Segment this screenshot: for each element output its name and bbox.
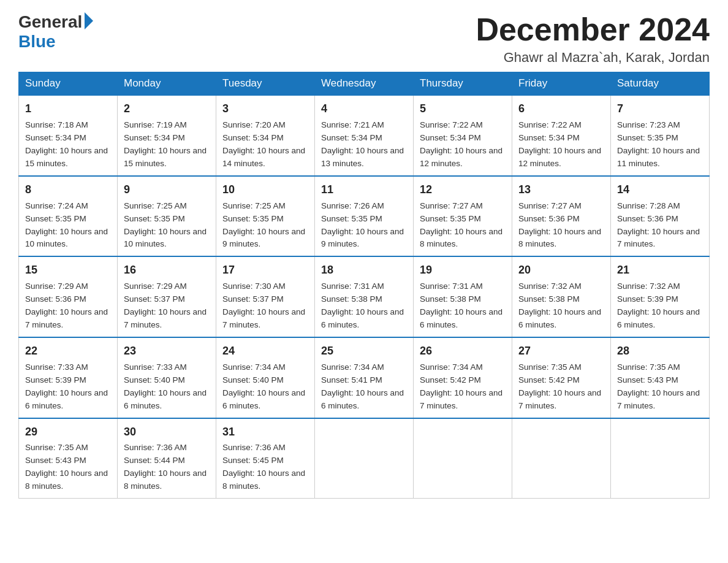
sunset-label: Sunset: 5:43 PM (25, 456, 86, 465)
daylight-label: Daylight: 10 hours and 6 minutes. (321, 388, 404, 410)
header-thursday: Thursday (414, 72, 512, 96)
day-number: 20 (518, 262, 604, 279)
table-row (611, 418, 710, 499)
day-number: 27 (518, 343, 604, 360)
daylight-label: Daylight: 10 hours and 10 minutes. (124, 227, 207, 249)
day-number: 31 (222, 424, 308, 441)
sunset-label: Sunset: 5:45 PM (222, 456, 284, 465)
table-row: 18Sunrise: 7:31 AMSunset: 5:38 PMDayligh… (315, 256, 414, 337)
sunrise-label: Sunrise: 7:32 AM (518, 282, 582, 291)
sunset-label: Sunset: 5:35 PM (25, 214, 86, 223)
sunrise-label: Sunrise: 7:22 AM (518, 120, 582, 129)
table-row: 28Sunrise: 7:35 AMSunset: 5:43 PMDayligh… (611, 337, 710, 418)
day-number: 5 (420, 101, 506, 118)
title-section: December 2024 Ghawr al Mazra`ah, Karak, … (476, 12, 710, 66)
sunrise-label: Sunrise: 7:32 AM (617, 282, 680, 291)
calendar-week-row: 22Sunrise: 7:33 AMSunset: 5:39 PMDayligh… (19, 337, 710, 418)
calendar-week-row: 15Sunrise: 7:29 AMSunset: 5:36 PMDayligh… (19, 256, 710, 337)
sunrise-label: Sunrise: 7:31 AM (420, 282, 483, 291)
sunset-label: Sunset: 5:34 PM (25, 133, 86, 142)
day-number: 23 (124, 343, 210, 360)
sunset-label: Sunset: 5:34 PM (222, 133, 284, 142)
day-number: 3 (222, 101, 308, 118)
day-number: 22 (25, 343, 111, 360)
daylight-label: Daylight: 10 hours and 6 minutes. (518, 307, 601, 329)
day-number: 19 (420, 262, 506, 279)
header-wednesday: Wednesday (315, 72, 414, 96)
table-row: 2Sunrise: 7:19 AMSunset: 5:34 PMDaylight… (118, 95, 216, 176)
logo-triangle-icon (85, 12, 93, 29)
daylight-label: Daylight: 10 hours and 7 minutes. (222, 307, 305, 329)
day-number: 16 (124, 262, 210, 279)
table-row: 14Sunrise: 7:28 AMSunset: 5:36 PMDayligh… (611, 176, 710, 257)
daylight-label: Daylight: 10 hours and 7 minutes. (518, 388, 601, 410)
sunrise-label: Sunrise: 7:35 AM (518, 362, 582, 372)
sunrise-label: Sunrise: 7:29 AM (124, 282, 187, 291)
sunset-label: Sunset: 5:39 PM (25, 375, 86, 385)
sunset-label: Sunset: 5:34 PM (420, 133, 481, 142)
table-row: 30Sunrise: 7:36 AMSunset: 5:44 PMDayligh… (118, 418, 216, 499)
table-row: 29Sunrise: 7:35 AMSunset: 5:43 PMDayligh… (19, 418, 118, 499)
sunset-label: Sunset: 5:43 PM (617, 375, 678, 385)
daylight-label: Daylight: 10 hours and 6 minutes. (25, 388, 108, 410)
table-row: 27Sunrise: 7:35 AMSunset: 5:42 PMDayligh… (512, 337, 611, 418)
table-row: 22Sunrise: 7:33 AMSunset: 5:39 PMDayligh… (19, 337, 118, 418)
sunrise-label: Sunrise: 7:25 AM (124, 201, 187, 210)
day-number: 17 (222, 262, 308, 279)
logo-general-text: General (18, 12, 82, 32)
sunset-label: Sunset: 5:34 PM (321, 133, 382, 142)
logo: General Blue (18, 12, 93, 52)
table-row: 6Sunrise: 7:22 AMSunset: 5:34 PMDaylight… (512, 95, 611, 176)
sunrise-label: Sunrise: 7:36 AM (124, 443, 187, 452)
day-number: 26 (420, 343, 506, 360)
sunrise-label: Sunrise: 7:26 AM (321, 201, 384, 210)
daylight-label: Daylight: 10 hours and 8 minutes. (25, 469, 108, 491)
daylight-label: Daylight: 10 hours and 15 minutes. (124, 146, 207, 168)
sunrise-label: Sunrise: 7:35 AM (617, 362, 680, 372)
day-number: 15 (25, 262, 111, 279)
table-row: 17Sunrise: 7:30 AMSunset: 5:37 PMDayligh… (216, 256, 315, 337)
table-row: 26Sunrise: 7:34 AMSunset: 5:42 PMDayligh… (414, 337, 512, 418)
table-row: 8Sunrise: 7:24 AMSunset: 5:35 PMDaylight… (19, 176, 118, 257)
sunrise-label: Sunrise: 7:23 AM (617, 120, 680, 129)
sunrise-label: Sunrise: 7:33 AM (25, 362, 88, 372)
day-number: 24 (222, 343, 308, 360)
daylight-label: Daylight: 10 hours and 7 minutes. (420, 388, 502, 410)
daylight-label: Daylight: 10 hours and 6 minutes. (420, 307, 502, 329)
table-row: 5Sunrise: 7:22 AMSunset: 5:34 PMDaylight… (414, 95, 512, 176)
daylight-label: Daylight: 10 hours and 8 minutes. (518, 227, 601, 249)
sunrise-label: Sunrise: 7:30 AM (222, 282, 286, 291)
table-row: 23Sunrise: 7:33 AMSunset: 5:40 PMDayligh… (118, 337, 216, 418)
sunset-label: Sunset: 5:34 PM (124, 133, 185, 142)
header-tuesday: Tuesday (216, 72, 315, 96)
table-row: 20Sunrise: 7:32 AMSunset: 5:38 PMDayligh… (512, 256, 611, 337)
header-saturday: Saturday (611, 72, 710, 96)
day-number: 11 (321, 182, 407, 199)
calendar-week-row: 1Sunrise: 7:18 AMSunset: 5:34 PMDaylight… (19, 95, 710, 176)
table-row: 4Sunrise: 7:21 AMSunset: 5:34 PMDaylight… (315, 95, 414, 176)
table-row: 1Sunrise: 7:18 AMSunset: 5:34 PMDaylight… (19, 95, 118, 176)
sunrise-label: Sunrise: 7:19 AM (124, 120, 187, 129)
sunset-label: Sunset: 5:36 PM (617, 214, 678, 223)
daylight-label: Daylight: 10 hours and 15 minutes. (25, 146, 108, 168)
sunset-label: Sunset: 5:37 PM (222, 294, 284, 304)
location-subtitle: Ghawr al Mazra`ah, Karak, Jordan (476, 50, 710, 66)
sunset-label: Sunset: 5:35 PM (124, 214, 185, 223)
sunset-label: Sunset: 5:40 PM (222, 375, 284, 385)
day-number: 30 (124, 424, 210, 441)
calendar-table: Sunday Monday Tuesday Wednesday Thursday… (18, 72, 710, 499)
day-number: 25 (321, 343, 407, 360)
table-row: 21Sunrise: 7:32 AMSunset: 5:39 PMDayligh… (611, 256, 710, 337)
daylight-label: Daylight: 10 hours and 7 minutes. (617, 388, 700, 410)
daylight-label: Daylight: 10 hours and 6 minutes. (617, 307, 700, 329)
calendar-week-row: 29Sunrise: 7:35 AMSunset: 5:43 PMDayligh… (19, 418, 710, 499)
sunset-label: Sunset: 5:35 PM (321, 214, 382, 223)
sunrise-label: Sunrise: 7:29 AM (25, 282, 88, 291)
daylight-label: Daylight: 10 hours and 7 minutes. (25, 307, 108, 329)
day-number: 1 (25, 101, 111, 118)
sunset-label: Sunset: 5:36 PM (25, 294, 86, 304)
daylight-label: Daylight: 10 hours and 13 minutes. (321, 146, 404, 168)
sunset-label: Sunset: 5:35 PM (420, 214, 481, 223)
daylight-label: Daylight: 10 hours and 7 minutes. (124, 307, 207, 329)
daylight-label: Daylight: 10 hours and 12 minutes. (420, 146, 502, 168)
